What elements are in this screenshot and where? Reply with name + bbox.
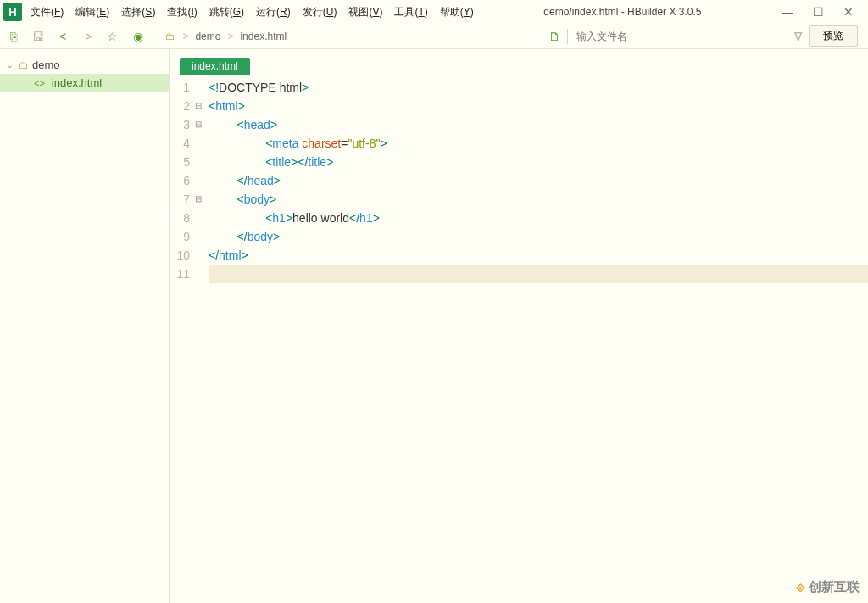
file-label: index.html <box>52 76 102 89</box>
breadcrumb-folder[interactable]: demo <box>195 31 220 42</box>
code-line[interactable]: <meta charset="utf-8"> <box>209 134 868 153</box>
line-gutter: 1234567891011 <box>170 78 195 603</box>
code-line[interactable]: </html> <box>209 246 868 265</box>
menu-t[interactable]: 工具(T) <box>391 3 431 21</box>
minimize-button[interactable]: — <box>780 5 795 19</box>
menu-g[interactable]: 跳转(G) <box>206 3 248 21</box>
code-line[interactable]: <title></title> <box>209 153 868 171</box>
forward-icon[interactable]: > <box>85 30 92 43</box>
run-icon[interactable]: ◉ <box>133 30 143 43</box>
close-button[interactable]: ✕ <box>841 5 856 19</box>
code-content[interactable]: <!DOCTYPE html><html> <head> <meta chars… <box>209 78 868 603</box>
folder-label: demo <box>32 59 60 71</box>
code-line[interactable]: <head> <box>209 115 868 134</box>
app-logo: H <box>3 3 22 21</box>
star-icon[interactable]: ☆ <box>107 30 118 43</box>
watermark-text: 创新互联 <box>809 579 860 595</box>
menu-bar: 文件(F)编辑(E)选择(S)查找(I)跳转(G)运行(R)发行(U)视图(V)… <box>27 3 477 21</box>
menu-i[interactable]: 查找(I) <box>164 3 200 21</box>
window-controls: — ☐ ✕ <box>768 5 868 19</box>
code-line[interactable]: </head> <box>209 171 868 190</box>
back-icon[interactable]: < <box>59 30 66 43</box>
menu-y[interactable]: 帮助(Y) <box>437 3 477 21</box>
code-area[interactable]: 1234567891011 ⊟⊟⊟ <!DOCTYPE html><html> … <box>170 75 868 603</box>
menu-s[interactable]: 选择(S) <box>118 3 159 21</box>
search-file-icon[interactable]: 🗋 <box>548 30 560 43</box>
code-line[interactable]: <!DOCTYPE html> <box>209 78 868 97</box>
watermark: ⟐ 创新互联 <box>796 578 860 596</box>
filter-icon[interactable]: ∇ <box>794 30 802 43</box>
folder-icon: 🗀 <box>19 59 29 71</box>
menu-u[interactable]: 发行(U) <box>299 3 341 21</box>
tree-file[interactable]: <> index.html <box>0 74 169 92</box>
search-area: 🗋 ∇ 预览 <box>548 25 858 47</box>
watermark-icon: ⟐ <box>796 578 805 596</box>
breadcrumb-sep: > <box>182 31 188 42</box>
toolbar: ⎘ 🖫 < > ☆ ◉ 🗀 > demo > index.html 🗋 ∇ 预览 <box>0 24 868 49</box>
breadcrumb-file[interactable]: index.html <box>240 31 287 42</box>
breadcrumb: 🗀 > demo > index.html <box>165 31 287 42</box>
code-line[interactable] <box>209 265 868 283</box>
maximize-button[interactable]: ☐ <box>810 5 826 19</box>
folder-icon: 🗀 <box>165 31 175 42</box>
html-file-icon: <> <box>34 78 45 88</box>
search-input[interactable] <box>567 29 787 44</box>
code-line[interactable]: <h1>hello world</h1> <box>209 209 868 227</box>
menu-r[interactable]: 运行(R) <box>253 3 294 21</box>
menu-e[interactable]: 编辑(E) <box>72 3 113 21</box>
chevron-down-icon: ⌄ <box>7 61 15 70</box>
fold-gutter: ⊟⊟⊟ <box>195 78 209 603</box>
menu-f[interactable]: 文件(F) <box>27 3 67 21</box>
code-line[interactable]: <body> <box>209 190 868 209</box>
code-line[interactable]: </body> <box>209 227 868 246</box>
sidebar: ⌄ 🗀 demo <> index.html <box>0 49 170 603</box>
tab-bar: index.html <box>170 49 868 75</box>
window-title: demo/index.html - HBuilder X 3.0.5 <box>477 6 768 18</box>
new-tab-icon[interactable]: ⎘ <box>10 30 17 43</box>
nav-arrows: < > <box>59 30 92 43</box>
main: ⌄ 🗀 demo <> index.html index.html 123456… <box>0 49 868 603</box>
tree-folder[interactable]: ⌄ 🗀 demo <box>0 56 169 74</box>
code-line[interactable]: <html> <box>209 97 868 115</box>
tab-active[interactable]: index.html <box>180 58 250 75</box>
save-icon[interactable]: 🖫 <box>32 30 44 43</box>
preview-button[interactable]: 预览 <box>809 25 858 47</box>
menu-v[interactable]: 视图(V) <box>345 3 386 21</box>
breadcrumb-sep: > <box>227 31 233 42</box>
title-bar: H 文件(F)编辑(E)选择(S)查找(I)跳转(G)运行(R)发行(U)视图(… <box>0 0 868 24</box>
editor-area: index.html 1234567891011 ⊟⊟⊟ <!DOCTYPE h… <box>170 49 868 603</box>
